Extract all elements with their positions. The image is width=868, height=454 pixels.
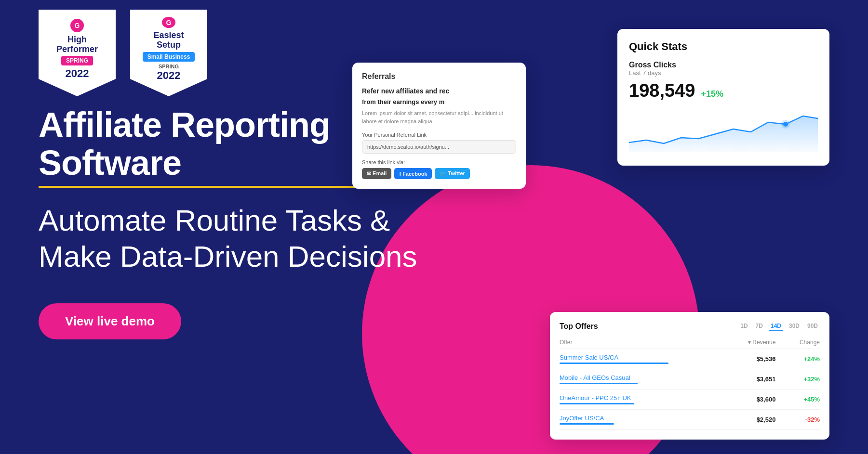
offer-link[interactable]: JoyOffer US/CA [560,415,604,422]
revenue-value: $3,600 [715,396,775,403]
change-value: +24% [775,355,820,363]
referrals-ref-subtitle: from their earnings every m [362,98,516,105]
offer-change: +32% [775,369,820,389]
col-revenue-header: ▾ Revenue [715,336,775,349]
badge-small-business-label: Small Business [143,52,195,62]
referrals-link-value: https://demo.scaleo.io/auth/signu... [362,140,516,154]
badge-spring-label: SPRING [159,64,179,69]
subheadline-line1: Automate Routine Tasks & [39,204,390,237]
table-row: Mobile - All GEOs Casual $3,651 +32% [560,369,820,389]
top-offers-table: Offer ▾ Revenue Change Summer Sale US/CA… [560,336,820,430]
offer-bar [560,423,614,425]
referrals-link-label: Your Personal Referral Link [362,132,516,138]
offer-change: +45% [775,389,820,410]
quick-stats-title: Quick Stats [629,40,818,53]
table-row: Summer Sale US/CA $5,536 +24% [560,349,820,369]
referrals-card: Referrals Refer new affiliates and rec f… [352,63,526,189]
badge-title-easiest-setup: EasiestSetup [153,31,184,50]
period-tabs: 1D 7D 14D 30D 90D [738,322,820,331]
qs-change: +15% [701,89,723,99]
share-twitter-button[interactable]: 🐦 Twitter [435,168,469,179]
qs-chart [629,109,818,152]
col-change-header: Change [775,336,820,349]
sub-headline: Automate Routine Tasks & Make Data-Drive… [39,203,472,274]
change-value: -32% [775,416,820,423]
referrals-ref-body: Lorem ipsum dolor sit amet, consectetur … [362,109,516,125]
offer-revenue: $2,520 [715,410,775,430]
referrals-ref-title: Refer new affiliates and rec [362,87,516,95]
table-row: JoyOffer US/CA $2,520 -32% [560,410,820,430]
offer-link[interactable]: Summer Sale US/CA [560,354,618,361]
referrals-share-buttons: ✉ Email f Facebook 🐦 Twitter [362,168,516,179]
table-row: OneAmour - PPC 25+ UK $3,600 +45% [560,389,820,410]
qs-value-row: 198,549 +15% [629,80,818,101]
top-offers-title: Top Offers [560,322,598,331]
svg-point-1 [781,120,790,129]
revenue-value: $2,520 [715,416,775,423]
offer-bar [560,383,638,384]
offer-name: OneAmour - PPC 25+ UK [560,389,715,410]
qs-metric-label: Gross Clicks [629,61,818,69]
qs-sub-label: Last 7 days [629,69,818,77]
offer-bar [560,403,634,404]
offer-revenue: $3,600 [715,389,775,410]
badge-year-easiest-setup: 2022 [157,69,181,82]
top-offers-card: Top Offers 1D 7D 14D 30D 90D Offer ▾ Rev… [550,312,829,440]
subheadline-line2: Make Data-Driven Decisions [39,240,417,273]
offer-revenue: $5,536 [715,349,775,369]
referrals-card-title: Referrals [362,72,516,81]
g2-icon: G [70,19,84,32]
award-badges: G HighPerformer SPRING 2022 G EasiestSet… [39,10,207,96]
offer-link[interactable]: OneAmour - PPC 25+ UK [560,394,631,402]
quick-stats-card: Quick Stats Gross Clicks Last 7 days 198… [617,29,829,166]
tab-30d[interactable]: 30D [787,322,801,331]
offer-revenue: $3,651 [715,369,775,389]
share-email-button[interactable]: ✉ Email [362,168,391,179]
offer-name: Summer Sale US/CA [560,349,715,369]
offer-name: Mobile - All GEOs Casual [560,369,715,389]
revenue-value: $3,651 [715,376,775,383]
badge-title-high-performer: HighPerformer [56,35,98,54]
col-offer-header: Offer [560,336,715,349]
offer-change: -32% [775,410,820,430]
badge-year-high-performer: 2022 [66,67,89,80]
top-offers-header: Top Offers 1D 7D 14D 30D 90D [560,322,820,331]
badge-season-label: SPRING [61,56,93,65]
offer-name: JoyOffer US/CA [560,410,715,430]
tab-1d[interactable]: 1D [738,322,749,331]
offer-change: +24% [775,349,820,369]
tab-90d[interactable]: 90D [805,322,820,331]
referrals-share-label: Share this link via: [362,159,516,165]
share-facebook-button[interactable]: f Facebook [394,168,432,179]
change-value: +32% [775,376,820,383]
offer-link[interactable]: Mobile - All GEOs Casual [560,374,630,381]
easiest-setup-badge: G EasiestSetup Small Business SPRING 202… [130,10,207,96]
qs-value: 198,549 [629,80,695,101]
g2-icon-2: G [162,17,175,28]
offer-bar [560,363,668,364]
revenue-value: $5,536 [715,355,775,363]
tab-14d[interactable]: 14D [769,322,783,331]
tab-7d[interactable]: 7D [754,322,765,331]
change-value: +45% [775,396,820,403]
view-live-demo-button[interactable]: View live demo [39,303,181,339]
high-performer-badge: G HighPerformer SPRING 2022 [39,10,116,96]
